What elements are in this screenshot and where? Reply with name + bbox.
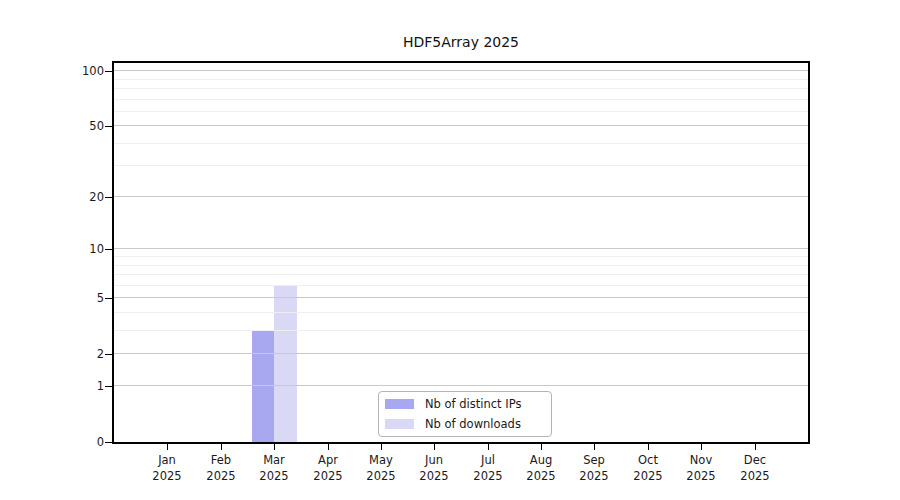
y-axis-tick [105,249,112,250]
gridline-major [114,248,808,249]
x-axis-tick [434,444,435,450]
x-axis-tick [328,444,329,450]
gridline-major [114,125,808,126]
x-axis-tick [701,444,702,450]
x-tick-label: Oct2025 [621,452,675,484]
gridline-minor [114,99,808,100]
y-tick-label: 20 [62,189,104,205]
x-tick-label: Feb2025 [194,452,248,484]
gridline-major [114,196,808,197]
chart-title: HDF5Array 2025 [112,34,810,50]
y-axis-tick [105,71,112,72]
legend-label-distinct-ips: Nb of distinct IPs [425,397,521,411]
gridline-minor [114,143,808,144]
gridline-minor [114,285,808,286]
legend: Nb of distinct IPs Nb of downloads [378,391,552,437]
x-axis-tick [648,444,649,450]
x-tick-label: May2025 [354,452,408,484]
gridline-major [114,353,808,354]
gridline-minor [114,111,808,112]
gridline-minor [114,330,808,331]
plot-inner [114,63,808,442]
gridline-minor [114,312,808,313]
x-axis-tick [381,444,382,450]
legend-swatch-downloads [385,419,414,429]
x-tick-label: Aug2025 [514,452,568,484]
gridline-major [114,70,808,71]
gridline-minor [114,265,808,266]
x-tick-label: Nov2025 [674,452,728,484]
x-tick-label: Mar2025 [247,452,301,484]
gridline-major [114,297,808,298]
gridline-minor [114,256,808,257]
legend-item-downloads: Nb of downloads [379,416,551,433]
gridline-major [114,385,808,386]
y-axis-tick [105,354,112,355]
gridline-minor [114,88,808,89]
y-axis-tick [105,126,112,127]
x-tick-label: Dec2025 [728,452,782,484]
legend-label-downloads: Nb of downloads [425,417,521,431]
y-axis-tick [105,298,112,299]
y-tick-label: 0 [62,434,104,450]
bar-nb-of-downloads [274,286,297,442]
y-tick-label: 5 [62,290,104,306]
x-tick-label: Sep2025 [567,452,621,484]
gridline-minor [114,165,808,166]
y-tick-label: 1 [62,378,104,394]
y-tick-label: 50 [62,118,104,134]
x-tick-label: Jun2025 [407,452,461,484]
x-axis-tick [755,444,756,450]
x-axis-tick [541,444,542,450]
x-axis-tick [594,444,595,450]
chart-container: HDF5Array 2025 Nb of distinct IPs Nb of … [0,0,900,500]
gridline-minor [114,274,808,275]
legend-swatch-distinct-ips [385,399,414,409]
y-axis-tick [105,442,112,443]
y-tick-label: 10 [62,241,104,257]
x-tick-label: Jul2025 [461,452,515,484]
x-axis-tick [221,444,222,450]
y-tick-label: 100 [62,63,104,79]
legend-item-distinct-ips: Nb of distinct IPs [379,396,551,413]
x-tick-label: Jan2025 [140,452,194,484]
gridline-minor [114,79,808,80]
x-tick-label: Apr2025 [301,452,355,484]
x-axis-tick [167,444,168,450]
x-axis-tick [488,444,489,450]
x-axis-tick [274,444,275,450]
y-tick-label: 2 [62,346,104,362]
y-axis-tick [105,386,112,387]
bar-nb-of-distinct-ips [252,331,274,442]
y-axis-tick [105,197,112,198]
